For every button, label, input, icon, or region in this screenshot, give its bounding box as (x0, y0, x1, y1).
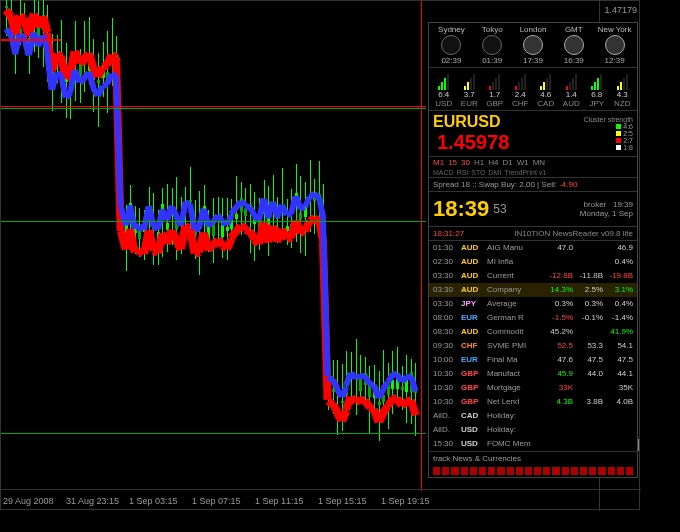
clock-icon (441, 35, 461, 55)
x-tick: 1 Sep 07:15 (192, 496, 241, 506)
pair-header: EURUSD 1.45978 Cluster strength4:62:52:7… (429, 111, 637, 157)
news-row[interactable]: AllD.CADHoliday: (429, 409, 637, 423)
news-row[interactable]: 01:30AUDAIG Manu47.046.9 (429, 241, 637, 255)
spread-row: Spread 18 :: Swap Buy: 2.00 | Sell: -4.9… (429, 178, 637, 192)
support-line (1, 108, 426, 109)
clock-icon (523, 35, 543, 55)
footer-block (598, 467, 605, 475)
pair-name: EURUSD (433, 113, 584, 131)
news-row[interactable]: 10:30GBPNet Lend4.3B3.8B4.0B (429, 395, 637, 409)
clock-icon (605, 35, 625, 55)
candlestick-chart[interactable] (1, 1, 426, 491)
resistance-line (1, 106, 426, 107)
footer-block (571, 467, 578, 475)
footer-block (617, 467, 624, 475)
time-row: 18:39 53 broker 19:39 Monday, 1 Sep (429, 192, 637, 227)
y-tick: 1.47179 (604, 5, 637, 15)
support-line (1, 221, 426, 222)
news-row[interactable]: 15:30USDFOMC Mem (429, 437, 637, 451)
footer-block (488, 467, 495, 475)
indicator-label: TrendPrint v1 (504, 169, 546, 176)
tf-MN[interactable]: MN (533, 158, 545, 167)
clock-icon (482, 35, 502, 55)
strength-AUD: 1.4AUD (559, 70, 585, 108)
x-tick: 1 Sep 19:15 (381, 496, 430, 506)
clock-tokyo: Tokyo01:39 (472, 25, 513, 65)
footer-block (580, 467, 587, 475)
indicator-label: DMI (489, 169, 502, 176)
footer-block (479, 467, 486, 475)
currency-strength: 6.4USD3.7EUR1.7GBP2.4CHF4.6CAD1.4AUD6.8J… (429, 68, 637, 111)
x-tick: 31 Aug 23:15 (66, 496, 119, 506)
clock-gmt: GMT16:39 (553, 25, 594, 65)
footer-label: track News & Currencies (429, 451, 637, 465)
footer-block (451, 467, 458, 475)
x-tick: 1 Sep 03:15 (129, 496, 178, 506)
clock-new york: New York12:39 (594, 25, 635, 65)
footer-block (562, 467, 569, 475)
world-clocks: Sydney02:39Tokyo01:39London17:39GMT16:39… (429, 23, 637, 68)
footer-block (626, 467, 633, 475)
footer-block (497, 467, 504, 475)
news-row[interactable]: 09:30CHFSVME PMI52.553.354.1 (429, 339, 637, 353)
resistance-line (1, 39, 61, 41)
footer-block (543, 467, 550, 475)
strength-NZD: 4.3NZD (610, 70, 636, 108)
footer-block (433, 467, 440, 475)
indicator-row: MACDRSISTODMITrendPrint v1 (429, 168, 637, 178)
tf-M1[interactable]: M1 (433, 158, 444, 167)
tf-H4[interactable]: H4 (488, 158, 498, 167)
tf-H1[interactable]: H1 (474, 158, 484, 167)
news-table[interactable]: 01:30AUDAIG Manu47.046.902:30AUDMI Infla… (429, 241, 637, 451)
tf-D1[interactable]: D1 (502, 158, 512, 167)
x-tick: 1 Sep 15:15 (318, 496, 367, 506)
x-tick: 1 Sep 11:15 (255, 496, 304, 506)
pair-price: 1.45978 (433, 131, 584, 154)
footer-block (608, 467, 615, 475)
footer-block (525, 467, 532, 475)
news-row[interactable]: AllD.USDHoliday: (429, 423, 637, 437)
news-row[interactable]: 03:30JPYAverage0.3%0.3%0.4% (429, 297, 637, 311)
timeframe-row[interactable]: M11530H1H4D1W1MN (429, 157, 637, 168)
x-tick: 29 Aug 2008 (3, 496, 54, 506)
clock-london: London17:39 (513, 25, 554, 65)
indicator-label: MACD (433, 169, 454, 176)
footer-bar (429, 465, 637, 477)
footer-block (516, 467, 523, 475)
news-row[interactable]: 10:00EURFinal Ma47.647.547.5 (429, 353, 637, 367)
news-row[interactable]: 10:30GBPManufact45.944.044.1 (429, 367, 637, 381)
indicator-label: STO (471, 169, 485, 176)
strength-JPY: 6.8JPY (584, 70, 610, 108)
cluster-strength: Cluster strength4:62:52:71:8 (584, 116, 633, 151)
local-time: 18:39 (433, 196, 489, 222)
footer-block (507, 467, 514, 475)
current-time-line (421, 1, 422, 491)
indicator-label: RSI (457, 169, 469, 176)
strength-EUR: 3.7EUR (457, 70, 483, 108)
footer-block (589, 467, 596, 475)
news-row[interactable]: 10:30GBPMortgage33K35K (429, 381, 637, 395)
tf-30[interactable]: 30 (461, 158, 470, 167)
strength-USD: 6.4USD (431, 70, 457, 108)
news-row[interactable]: 02:30AUDMI Infla0.4% (429, 255, 637, 269)
tf-15[interactable]: 15 (448, 158, 457, 167)
strength-GBP: 1.7GBP (482, 70, 508, 108)
footer-block (534, 467, 541, 475)
footer-block (470, 467, 477, 475)
elapsed-row: 18:31:27 IN10TION NewsReader v09.8 lite (429, 227, 637, 241)
tf-W1[interactable]: W1 (517, 158, 529, 167)
strength-CAD: 4.6CAD (533, 70, 559, 108)
news-row[interactable]: 03:30AUDCompany14.3%2.5%3.1% (429, 283, 637, 297)
footer-block (461, 467, 468, 475)
news-row[interactable]: 08:30AUDCommodit45.2%41.9% (429, 325, 637, 339)
x-axis: 29 Aug 200831 Aug 23:151 Sep 03:151 Sep … (1, 489, 641, 509)
footer-block (552, 467, 559, 475)
clock-sydney: Sydney02:39 (431, 25, 472, 65)
info-panel: Sydney02:39Tokyo01:39London17:39GMT16:39… (428, 22, 638, 478)
support-line (1, 433, 426, 434)
news-row[interactable]: 03:30AUDCurrent-12.8B-11.8B-19.8B (429, 269, 637, 283)
news-row[interactable]: 08:00EURGerman R-1.5%-0.1%-1.4% (429, 311, 637, 325)
footer-block (442, 467, 449, 475)
clock-icon (564, 35, 584, 55)
strength-CHF: 2.4CHF (508, 70, 534, 108)
